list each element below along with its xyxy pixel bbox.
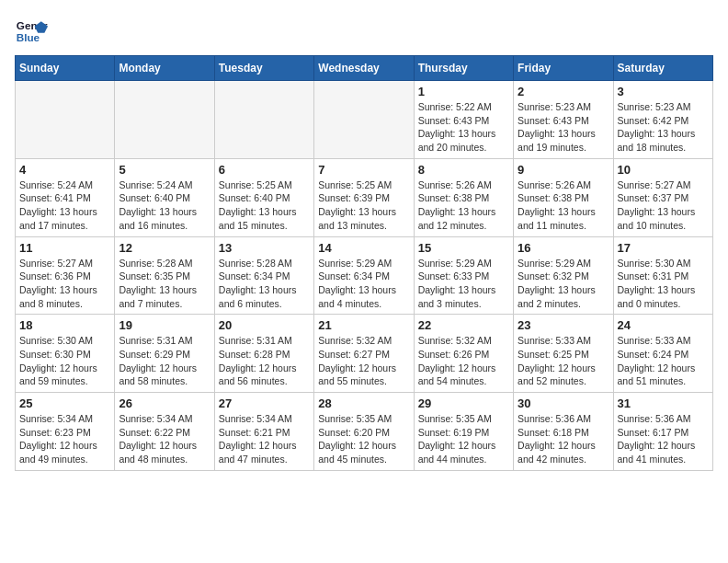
day-number: 23 xyxy=(518,318,609,332)
calendar-cell: 27Sunrise: 5:34 AM Sunset: 6:21 PM Dayli… xyxy=(214,393,313,471)
day-info-text: Sunrise: 5:25 AM Sunset: 6:40 PM Dayligh… xyxy=(219,178,310,233)
calendar-header-row: SundayMondayTuesdayWednesdayThursdayFrid… xyxy=(16,56,713,81)
day-number: 25 xyxy=(19,396,110,410)
calendar-table: SundayMondayTuesdayWednesdayThursdayFrid… xyxy=(15,55,713,471)
day-number: 2 xyxy=(518,85,609,98)
day-info-text: Sunrise: 5:29 AM Sunset: 6:34 PM Dayligh… xyxy=(318,257,409,311)
day-info-text: Sunrise: 5:35 AM Sunset: 6:20 PM Dayligh… xyxy=(318,412,409,466)
day-info-text: Sunrise: 5:29 AM Sunset: 6:33 PM Dayligh… xyxy=(418,257,509,311)
day-header-thursday: Thursday xyxy=(414,56,513,81)
logo: General Blue xyxy=(15,15,51,48)
day-header-monday: Monday xyxy=(115,56,214,81)
calendar-cell: 28Sunrise: 5:35 AM Sunset: 6:20 PM Dayli… xyxy=(314,393,414,471)
day-info-text: Sunrise: 5:30 AM Sunset: 6:30 PM Dayligh… xyxy=(19,334,110,388)
day-number: 5 xyxy=(119,163,210,177)
day-info-text: Sunrise: 5:31 AM Sunset: 6:28 PM Dayligh… xyxy=(219,334,310,388)
day-info-text: Sunrise: 5:27 AM Sunset: 6:36 PM Dayligh… xyxy=(19,257,110,311)
day-info-text: Sunrise: 5:36 AM Sunset: 6:17 PM Dayligh… xyxy=(618,412,709,466)
day-info-text: Sunrise: 5:24 AM Sunset: 6:41 PM Dayligh… xyxy=(19,178,110,233)
calendar-cell: 21Sunrise: 5:32 AM Sunset: 6:27 PM Dayli… xyxy=(314,315,414,393)
calendar-cell: 4Sunrise: 5:24 AM Sunset: 6:41 PM Daylig… xyxy=(16,158,115,236)
day-info-text: Sunrise: 5:33 AM Sunset: 6:24 PM Dayligh… xyxy=(618,334,709,388)
day-info-text: Sunrise: 5:34 AM Sunset: 6:22 PM Dayligh… xyxy=(119,412,210,466)
calendar-cell: 2Sunrise: 5:23 AM Sunset: 6:43 PM Daylig… xyxy=(514,81,613,159)
day-header-tuesday: Tuesday xyxy=(214,56,313,81)
day-info-text: Sunrise: 5:22 AM Sunset: 6:43 PM Dayligh… xyxy=(418,100,509,155)
svg-text:Blue: Blue xyxy=(17,31,40,43)
calendar-week-row: 11Sunrise: 5:27 AM Sunset: 6:36 PM Dayli… xyxy=(16,236,713,315)
calendar-cell: 29Sunrise: 5:35 AM Sunset: 6:19 PM Dayli… xyxy=(414,393,513,471)
calendar-cell: 23Sunrise: 5:33 AM Sunset: 6:25 PM Dayli… xyxy=(514,315,613,393)
day-header-sunday: Sunday xyxy=(16,56,115,81)
day-header-wednesday: Wednesday xyxy=(314,56,414,81)
day-number: 9 xyxy=(518,163,609,177)
calendar-cell: 13Sunrise: 5:28 AM Sunset: 6:34 PM Dayli… xyxy=(214,236,313,315)
calendar-cell: 16Sunrise: 5:29 AM Sunset: 6:32 PM Dayli… xyxy=(514,236,613,315)
day-number: 6 xyxy=(219,163,310,177)
day-info-text: Sunrise: 5:28 AM Sunset: 6:34 PM Dayligh… xyxy=(219,257,310,311)
calendar-cell: 24Sunrise: 5:33 AM Sunset: 6:24 PM Dayli… xyxy=(613,315,712,393)
calendar-cell: 30Sunrise: 5:36 AM Sunset: 6:18 PM Dayli… xyxy=(514,393,613,471)
day-info-text: Sunrise: 5:28 AM Sunset: 6:35 PM Dayligh… xyxy=(119,257,210,311)
day-info-text: Sunrise: 5:25 AM Sunset: 6:39 PM Dayligh… xyxy=(318,178,409,233)
day-number: 7 xyxy=(318,163,409,177)
day-number: 15 xyxy=(418,241,509,255)
calendar-cell: 10Sunrise: 5:27 AM Sunset: 6:37 PM Dayli… xyxy=(613,158,712,236)
day-number: 24 xyxy=(618,318,709,332)
day-number: 28 xyxy=(318,396,409,410)
calendar-cell: 25Sunrise: 5:34 AM Sunset: 6:23 PM Dayli… xyxy=(16,393,115,471)
day-info-text: Sunrise: 5:33 AM Sunset: 6:25 PM Dayligh… xyxy=(518,334,609,388)
calendar-week-row: 25Sunrise: 5:34 AM Sunset: 6:23 PM Dayli… xyxy=(16,393,713,471)
day-number: 11 xyxy=(19,241,110,255)
day-number: 31 xyxy=(618,396,709,410)
calendar-cell: 17Sunrise: 5:30 AM Sunset: 6:31 PM Dayli… xyxy=(613,236,712,315)
day-number: 14 xyxy=(318,241,409,255)
day-number: 18 xyxy=(19,318,110,332)
day-number: 30 xyxy=(518,396,609,410)
calendar-cell: 12Sunrise: 5:28 AM Sunset: 6:35 PM Dayli… xyxy=(115,236,214,315)
calendar-cell: 19Sunrise: 5:31 AM Sunset: 6:29 PM Dayli… xyxy=(115,315,214,393)
day-header-saturday: Saturday xyxy=(613,56,712,81)
calendar-week-row: 1Sunrise: 5:22 AM Sunset: 6:43 PM Daylig… xyxy=(16,81,713,159)
calendar-cell xyxy=(115,81,214,159)
day-info-text: Sunrise: 5:31 AM Sunset: 6:29 PM Dayligh… xyxy=(119,334,210,388)
day-number: 26 xyxy=(119,396,210,410)
day-header-friday: Friday xyxy=(514,56,613,81)
day-number: 16 xyxy=(518,241,609,255)
day-number: 13 xyxy=(219,241,310,255)
calendar-cell: 31Sunrise: 5:36 AM Sunset: 6:17 PM Dayli… xyxy=(613,393,712,471)
calendar-week-row: 4Sunrise: 5:24 AM Sunset: 6:41 PM Daylig… xyxy=(16,158,713,236)
day-number: 22 xyxy=(418,318,509,332)
calendar-cell: 9Sunrise: 5:26 AM Sunset: 6:38 PM Daylig… xyxy=(514,158,613,236)
day-number: 10 xyxy=(618,163,709,177)
calendar-cell: 8Sunrise: 5:26 AM Sunset: 6:38 PM Daylig… xyxy=(414,158,513,236)
calendar-cell: 5Sunrise: 5:24 AM Sunset: 6:40 PM Daylig… xyxy=(115,158,214,236)
calendar-cell: 3Sunrise: 5:23 AM Sunset: 6:42 PM Daylig… xyxy=(613,81,712,159)
day-info-text: Sunrise: 5:32 AM Sunset: 6:26 PM Dayligh… xyxy=(418,334,509,388)
calendar-cell: 18Sunrise: 5:30 AM Sunset: 6:30 PM Dayli… xyxy=(16,315,115,393)
day-info-text: Sunrise: 5:29 AM Sunset: 6:32 PM Dayligh… xyxy=(518,257,609,311)
calendar-cell xyxy=(214,81,313,159)
calendar-week-row: 18Sunrise: 5:30 AM Sunset: 6:30 PM Dayli… xyxy=(16,315,713,393)
page-header: General Blue xyxy=(15,15,713,48)
day-info-text: Sunrise: 5:36 AM Sunset: 6:18 PM Dayligh… xyxy=(518,412,609,466)
calendar-cell: 6Sunrise: 5:25 AM Sunset: 6:40 PM Daylig… xyxy=(214,158,313,236)
day-number: 4 xyxy=(19,163,110,177)
calendar-cell: 15Sunrise: 5:29 AM Sunset: 6:33 PM Dayli… xyxy=(414,236,513,315)
day-number: 19 xyxy=(119,318,210,332)
day-number: 3 xyxy=(618,85,709,98)
calendar-cell: 22Sunrise: 5:32 AM Sunset: 6:26 PM Dayli… xyxy=(414,315,513,393)
calendar-cell xyxy=(16,81,115,159)
logo-icon: General Blue xyxy=(15,15,48,48)
day-info-text: Sunrise: 5:23 AM Sunset: 6:42 PM Dayligh… xyxy=(618,100,709,155)
day-info-text: Sunrise: 5:30 AM Sunset: 6:31 PM Dayligh… xyxy=(618,257,709,311)
day-info-text: Sunrise: 5:24 AM Sunset: 6:40 PM Dayligh… xyxy=(119,178,210,233)
day-number: 27 xyxy=(219,396,310,410)
day-info-text: Sunrise: 5:34 AM Sunset: 6:21 PM Dayligh… xyxy=(219,412,310,466)
day-number: 29 xyxy=(418,396,509,410)
day-info-text: Sunrise: 5:27 AM Sunset: 6:37 PM Dayligh… xyxy=(618,178,709,233)
day-info-text: Sunrise: 5:26 AM Sunset: 6:38 PM Dayligh… xyxy=(518,178,609,233)
calendar-cell: 11Sunrise: 5:27 AM Sunset: 6:36 PM Dayli… xyxy=(16,236,115,315)
day-number: 8 xyxy=(418,163,509,177)
day-number: 20 xyxy=(219,318,310,332)
